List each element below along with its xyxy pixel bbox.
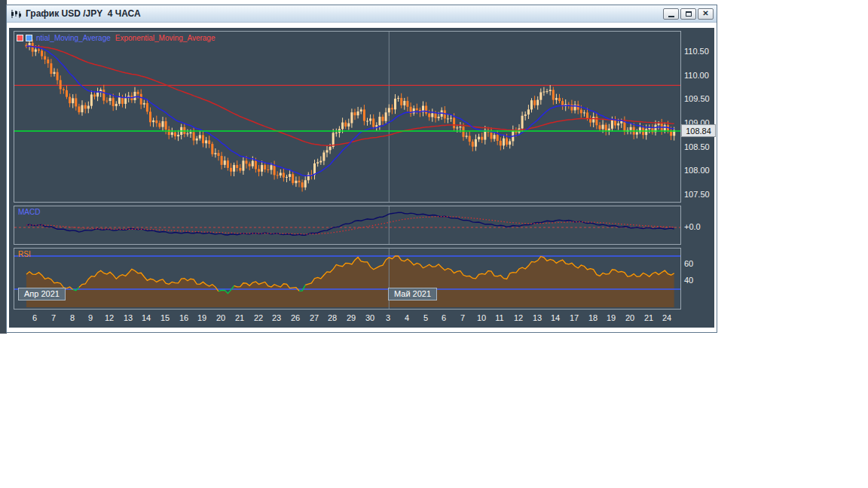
time-axis-label: 5 [423, 313, 428, 322]
price-axis-label: 107.50 [684, 190, 716, 199]
time-axis-label: 24 [662, 313, 671, 322]
chart-area: ntial_Moving_Average Exponential_Moving_… [9, 28, 714, 328]
close-icon: ✕ [702, 10, 708, 17]
minimize-button[interactable] [663, 8, 679, 20]
time-axis-label: 7 [51, 313, 56, 322]
time-axis-label: 26 [291, 313, 300, 322]
time-axis-label: 21 [644, 313, 653, 322]
time-axis-label: 7 [460, 313, 465, 322]
price-axis-label: 108.50 [684, 142, 716, 151]
indicator-swatch-red[interactable] [17, 35, 23, 41]
time-axis-label: 14 [551, 313, 560, 322]
time-axis-label: 16 [179, 313, 188, 322]
maximize-icon [686, 11, 692, 17]
time-axis-label: 4 [405, 313, 409, 322]
time-axis-label: 8 [70, 313, 75, 322]
rsi-indicator-label: RSI [18, 250, 31, 258]
time-axis-label: 14 [142, 313, 151, 322]
current-price-label: 108.84 [681, 124, 716, 137]
close-button[interactable]: ✕ [698, 8, 714, 20]
ma-legend-label-red: Exponential_Moving_Average [115, 34, 215, 42]
month-marker: Май 2021 [388, 288, 437, 300]
chart-legend: ntial_Moving_Average Exponential_Moving_… [17, 34, 215, 42]
time-axis: 6789121314151619202122232627282930345671… [14, 313, 680, 328]
time-axis-label: 9 [88, 313, 93, 322]
time-axis-label: 15 [160, 313, 170, 322]
title-bar[interactable]: График USD /JPY 4 ЧАСА ✕ [7, 5, 717, 23]
rsi-axis-label: 60 [684, 259, 716, 268]
time-axis-label: 12 [514, 313, 523, 322]
time-axis-label: 28 [328, 313, 337, 322]
rsi-axis-label: 40 [684, 276, 716, 285]
price-axis-label: 108.00 [684, 166, 716, 175]
chart-window: График USD /JPY 4 ЧАСА ✕ ntial_Moving_Av… [6, 5, 717, 333]
time-axis-label: 10 [477, 313, 486, 322]
time-axis-label: 20 [625, 313, 634, 322]
macd-panel[interactable] [14, 206, 681, 245]
candlestick-chart-icon [10, 8, 22, 20]
time-axis-label: 19 [607, 313, 616, 322]
time-axis-label: 18 [588, 313, 598, 322]
window-title: График USD /JPY 4 ЧАСА [26, 8, 663, 19]
month-marker: Апр 2021 [18, 288, 66, 300]
time-axis-label: 3 [386, 313, 390, 322]
time-axis-label: 22 [254, 313, 263, 322]
window-client-area: ntial_Moving_Average Exponential_Moving_… [8, 23, 715, 331]
macd-indicator-label: MACD [18, 208, 40, 216]
window-controls: ✕ [663, 8, 714, 20]
time-axis-label: 6 [442, 313, 446, 322]
price-axis-label: 110.00 [684, 71, 716, 80]
time-axis-label: 19 [197, 313, 206, 322]
time-axis-label: 13 [533, 313, 542, 322]
price-axis-label: 109.50 [684, 94, 716, 103]
time-axis-label: 6 [32, 313, 37, 322]
maximize-button[interactable] [680, 8, 696, 20]
time-axis-label: 12 [105, 313, 114, 322]
rsi-panel[interactable] [14, 248, 681, 310]
time-axis-label: 30 [365, 313, 374, 322]
time-axis-label: 29 [347, 313, 356, 322]
minimize-icon [668, 16, 674, 17]
time-axis-label: 11 [495, 313, 503, 322]
time-axis-label: 20 [216, 313, 225, 322]
indicator-swatch-blue[interactable] [26, 35, 32, 41]
ma-legend-label-blue: ntial_Moving_Average [36, 34, 111, 42]
time-axis-label: 13 [124, 313, 133, 322]
time-axis-label: 21 [235, 313, 244, 322]
time-axis-label: 23 [272, 313, 281, 322]
time-axis-label: 27 [310, 313, 319, 322]
price-chart-panel[interactable] [14, 31, 681, 203]
macd-axis-label: +0.0 [684, 222, 716, 231]
time-axis-label: 17 [570, 313, 579, 322]
price-axis-label: 110.50 [684, 47, 716, 56]
